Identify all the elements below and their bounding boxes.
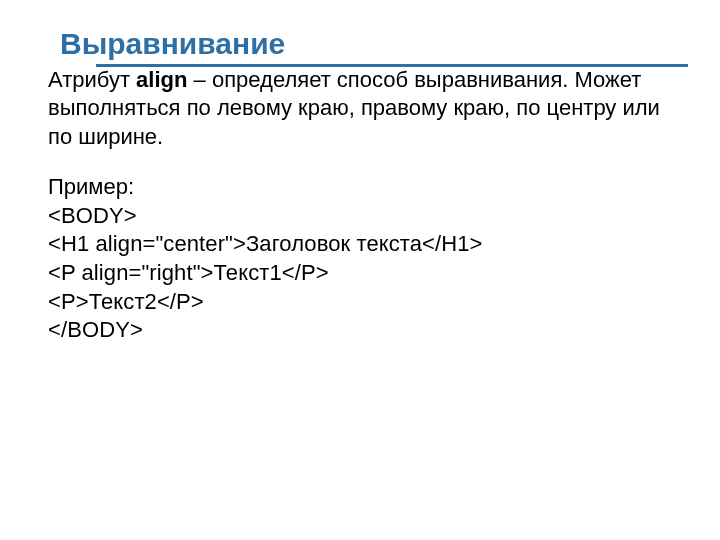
example-label: Пример: (48, 173, 672, 202)
code-line-1: <BODY> (48, 202, 672, 231)
slide-title: Выравнивание (60, 28, 290, 60)
para1-pre: Атрибут (48, 67, 136, 92)
body-paragraph-1: Атрибут align – определяет способ выравн… (48, 66, 672, 152)
slide-body: Атрибут align – определяет способ выравн… (0, 60, 720, 345)
code-line-4: <P>Текст2</P> (48, 288, 672, 317)
code-line-3: <P align="right">Текст1</P> (48, 259, 672, 288)
code-line-5: </BODY> (48, 316, 672, 345)
para1-attr: align (136, 67, 187, 92)
code-line-2: <H1 align="center">Заголовок текста</H1> (48, 230, 672, 259)
title-row: Выравнивание (0, 0, 720, 60)
slide: Выравнивание Атрибут align – определяет … (0, 0, 720, 540)
title-rule (96, 64, 688, 67)
